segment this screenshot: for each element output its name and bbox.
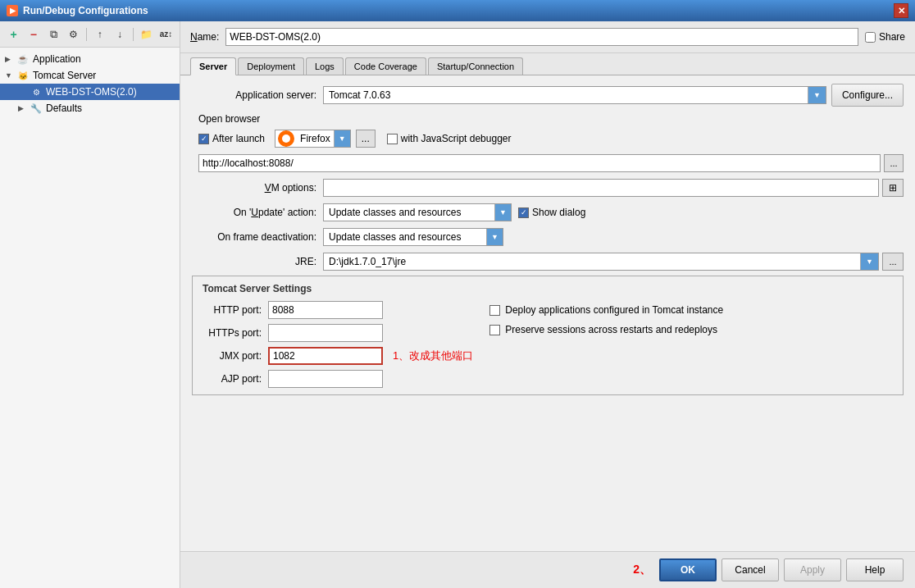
share-area: Share <box>865 31 905 43</box>
ok-button[interactable]: OK <box>659 558 717 581</box>
frame-deact-dropdown-icon[interactable]: ▼ <box>486 229 503 245</box>
content-area: Application server: Tomcat 7.0.63 ▼ Conf… <box>180 75 915 551</box>
jre-extra-button[interactable]: ... <box>882 253 904 271</box>
jmx-port-row: JMX port: 1、改成其他端口 <box>203 347 473 365</box>
debugger-check[interactable]: with JavaScript debugger <box>387 133 512 144</box>
ports-area: HTTP port: HTTPs port: JMX port: 1、 <box>203 301 473 388</box>
deploy-option-label: Deploy applications configured in Tomcat… <box>505 304 723 316</box>
sort-button[interactable]: az↕ <box>157 26 175 43</box>
tree-item-defaults[interactable]: ▶ 🔧 Defaults <box>0 100 180 116</box>
browser-select[interactable]: Firefox ▼ <box>275 130 351 148</box>
window-title: Run/Debug Configurations <box>23 5 148 16</box>
help-button[interactable]: Help <box>846 558 904 581</box>
ajp-port-label: AJP port: <box>203 373 268 385</box>
config-icon: ⚙ <box>30 86 43 98</box>
configure-button[interactable]: Configure... <box>831 84 904 107</box>
after-launch-check[interactable]: ✓ After launch <box>198 133 265 144</box>
after-launch-label: After launch <box>212 133 265 144</box>
expand-icon-app: ▶ <box>5 55 16 63</box>
url-row: ... <box>192 154 904 172</box>
toolbar-divider <box>86 28 87 41</box>
tab-coverage[interactable]: Code Coverage <box>345 57 426 75</box>
annotation-1: 1、改成其他端口 <box>393 349 473 363</box>
url-extra-button[interactable]: ... <box>884 154 904 172</box>
show-dialog-checkbox-icon: ✓ <box>518 207 529 218</box>
update-action-select[interactable]: Update classes and resources ▼ <box>323 203 512 221</box>
frame-deact-row: On frame deactivation: Update classes an… <box>192 228 904 246</box>
jre-dropdown-icon[interactable]: ▼ <box>860 253 878 270</box>
options-area: Deploy applications configured in Tomcat… <box>489 301 723 388</box>
update-action-value: Update classes and resources <box>324 207 494 218</box>
toolbar: + − ⧉ ⚙ ↑ ↓ 📁 az↕ <box>0 21 180 48</box>
share-checkbox[interactable] <box>865 32 876 43</box>
add-config-button[interactable]: + <box>5 26 22 43</box>
open-browser-section: Open browser ✓ After launch Firefox ▼ ..… <box>192 113 904 172</box>
tabs-bar: Server Deployment Logs Code Coverage Sta… <box>180 53 915 75</box>
defaults-icon: 🔧 <box>30 103 43 114</box>
tab-deployment[interactable]: Deployment <box>238 57 304 75</box>
move-down-button[interactable]: ↓ <box>111 26 128 43</box>
browser-dropdown-icon[interactable]: ▼ <box>334 130 350 147</box>
name-label: Name: <box>190 31 219 43</box>
tree-label-tomcat: Tomcat Server <box>33 70 96 81</box>
tab-logs[interactable]: Logs <box>306 57 344 75</box>
close-button[interactable]: ✕ <box>894 3 908 18</box>
https-port-input[interactable] <box>268 324 383 342</box>
jmx-port-input[interactable] <box>268 347 383 365</box>
port-options-area: HTTP port: HTTPs port: JMX port: 1、 <box>203 301 893 388</box>
left-panel: + − ⧉ ⚙ ↑ ↓ 📁 az↕ ▶ ☕ Application <box>0 21 180 588</box>
expand-icon-tomcat: ▼ <box>5 71 16 80</box>
jre-label: JRE: <box>192 256 323 267</box>
copy-config-button[interactable]: ⧉ <box>45 26 62 43</box>
folder-button[interactable]: 📁 <box>138 26 155 43</box>
ajp-port-input[interactable] <box>268 370 383 388</box>
app-server-label: Application server: <box>192 89 323 101</box>
https-port-row: HTTPs port: <box>203 324 473 342</box>
move-up-button[interactable]: ↑ <box>91 26 108 43</box>
title-bar: ▶ Run/Debug Configurations ✕ <box>0 0 915 21</box>
vm-row: VM options: ⊞ <box>192 179 904 197</box>
title-icon: ▶ <box>7 5 18 16</box>
remove-config-button[interactable]: − <box>25 26 42 43</box>
vm-expand-button[interactable]: ⊞ <box>882 179 904 197</box>
tree-item-application[interactable]: ▶ ☕ Application <box>0 51 180 67</box>
tree-item-config[interactable]: ⚙ WEB-DST-OMS(2.0) <box>0 84 180 100</box>
update-action-dropdown-icon[interactable]: ▼ <box>494 204 511 221</box>
tree-item-tomcat[interactable]: ▼ 🐱 Tomcat Server <box>0 67 180 84</box>
name-input[interactable] <box>225 28 858 46</box>
tab-server[interactable]: Server <box>190 57 236 75</box>
preserve-option-row[interactable]: Preserve sessions across restarts and re… <box>489 324 723 335</box>
tree-label-config: WEB-DST-OMS(2.0) <box>46 86 137 98</box>
url-input[interactable] <box>198 154 881 172</box>
label-2: 2、 <box>633 563 651 577</box>
cancel-button[interactable]: Cancel <box>722 558 779 581</box>
jre-select[interactable]: D:\jdk1.7.0_17\jre ▼ <box>323 253 879 271</box>
app-server-dropdown[interactable]: ▼ <box>808 87 826 103</box>
tomcat-settings-title: Tomcat Server Settings <box>203 283 893 294</box>
tree-label-application: Application <box>33 53 81 65</box>
deploy-option-row[interactable]: Deploy applications configured in Tomcat… <box>489 304 723 316</box>
settings-config-button[interactable]: ⚙ <box>65 26 82 43</box>
ajp-port-row: AJP port: <box>203 370 473 388</box>
jmx-port-label: JMX port: <box>203 350 268 362</box>
jre-value: D:\jdk1.7.0_17\jre <box>324 256 860 267</box>
tab-startup[interactable]: Startup/Connection <box>428 57 523 75</box>
tree-label-defaults: Defaults <box>46 103 82 114</box>
vm-input[interactable] <box>323 179 879 197</box>
http-port-input[interactable] <box>268 301 383 319</box>
after-launch-checkbox-icon: ✓ <box>198 134 209 144</box>
http-port-row: HTTP port: <box>203 301 473 319</box>
show-dialog-label: Show dialog <box>532 207 585 218</box>
name-bar: Name: Share <box>180 21 915 53</box>
apply-button[interactable]: Apply <box>784 558 841 581</box>
preserve-option-checkbox[interactable] <box>489 325 500 335</box>
vm-label: VM options: <box>192 182 323 194</box>
browser-extra-button[interactable]: ... <box>356 130 376 148</box>
debugger-checkbox-icon <box>387 134 398 144</box>
deploy-option-checkbox[interactable] <box>489 305 500 316</box>
update-action-row: On 'Update' action: Update classes and r… <box>192 203 904 221</box>
frame-deact-select[interactable]: Update classes and resources ▼ <box>323 228 503 246</box>
jre-row: JRE: D:\jdk1.7.0_17\jre ▼ ... <box>192 253 904 271</box>
browser-name: Firefox <box>297 133 334 144</box>
show-dialog-check[interactable]: ✓ Show dialog <box>518 207 585 218</box>
